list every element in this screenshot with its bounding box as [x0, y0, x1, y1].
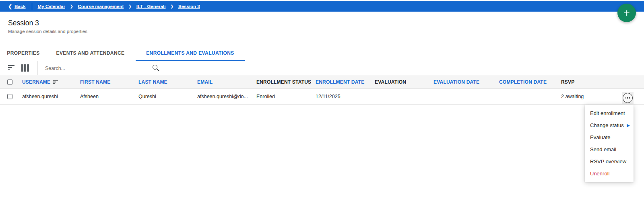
- select-all-checkbox[interactable]: [7, 79, 12, 84]
- column-header-first-name[interactable]: FIRST NAME: [80, 79, 110, 85]
- menu-item-change-status[interactable]: Change status ▶: [585, 119, 634, 131]
- search-input[interactable]: [45, 61, 148, 75]
- columns-icon[interactable]: [21, 64, 29, 72]
- menu-item-label: Change status: [590, 122, 624, 128]
- cell-username: afsheen.qureshi: [22, 94, 58, 99]
- column-header-email[interactable]: EMAIL: [197, 79, 213, 85]
- chevron-right-icon: ❯: [170, 4, 173, 8]
- breadcrumb-course-management[interactable]: Course management: [78, 4, 124, 9]
- column-header-last-name[interactable]: LAST NAME: [138, 79, 167, 85]
- chevron-right-icon: ❯: [128, 4, 132, 8]
- tab-events-and-attendance[interactable]: EVENTS AND ATTENDANCE: [48, 45, 133, 61]
- menu-item-label: RSVP overview: [590, 158, 626, 164]
- column-header-evaluation-date[interactable]: EVALUATION DATE: [433, 79, 479, 85]
- cell-enrollment-status: Enrolled: [256, 94, 275, 99]
- column-header-rsvp[interactable]: RSVP: [561, 79, 574, 85]
- chevron-right-icon: ❯: [70, 4, 73, 8]
- sort-icon[interactable]: [53, 80, 58, 84]
- menu-item-label: Send email: [590, 146, 616, 152]
- menu-item-label: Edit enrollment: [590, 110, 625, 116]
- menu-item-rsvp-overview[interactable]: RSVP overview: [585, 155, 634, 167]
- topbar-divider: [32, 3, 32, 10]
- chevron-left-icon: ❮: [8, 4, 12, 9]
- column-header-username[interactable]: USERNAME: [22, 79, 50, 85]
- menu-item-unenroll[interactable]: Unenroll: [585, 167, 634, 179]
- table-row[interactable]: afsheen.qureshi Afsheen Qureshi afsheen.…: [0, 89, 644, 105]
- row-actions-menu: Edit enrollment Change status ▶ Evaluate…: [585, 105, 634, 182]
- cell-last-name: Qureshi: [138, 94, 156, 99]
- back-button[interactable]: ❮ Back: [8, 4, 26, 9]
- menu-item-edit-enrollment[interactable]: Edit enrollment: [585, 107, 634, 119]
- toolbar-divider: [170, 61, 170, 75]
- ellipsis-icon: [623, 93, 633, 103]
- menu-item-send-email[interactable]: Send email: [585, 143, 634, 155]
- back-label[interactable]: Back: [14, 4, 26, 9]
- breadcrumb-ilt-generali[interactable]: ILT - Generali: [136, 4, 166, 9]
- search-icon[interactable]: [153, 65, 157, 70]
- menu-item-label: Evaluate: [590, 134, 611, 140]
- add-button[interactable]: +: [617, 4, 636, 22]
- tab-bar: PROPERTIES EVENTS AND ATTENDANCE ENROLLM…: [0, 45, 644, 61]
- column-header-enrollment-date[interactable]: ENROLLMENT DATE: [316, 79, 364, 85]
- cell-rsvp: 2 awaiting: [561, 94, 584, 99]
- tab-properties[interactable]: PROPERTIES: [0, 45, 47, 61]
- page-title: Session 3: [8, 19, 39, 27]
- column-header-enrollment-status[interactable]: ENROLLMENT STATUS: [256, 79, 311, 85]
- table-toolbar: [0, 61, 644, 75]
- table-header-row: USERNAME FIRST NAME LAST NAME EMAIL ENRO…: [0, 75, 644, 89]
- toolbar-divider: [37, 61, 38, 75]
- breadcrumb-session-3[interactable]: Session 3: [178, 4, 200, 9]
- row-checkbox[interactable]: [7, 94, 12, 99]
- cell-enrollment-date: 12/11/2025: [316, 94, 341, 99]
- column-header-completion-date[interactable]: COMPLETION DATE: [499, 79, 547, 85]
- menu-item-label: Unenroll: [590, 171, 609, 177]
- column-header-evaluation[interactable]: EVALUATION: [375, 79, 406, 85]
- breadcrumb-my-calendar[interactable]: My Calendar: [38, 4, 65, 9]
- page-subtitle: Manage session details and properties: [8, 29, 87, 34]
- session-page: ❮ Back My Calendar ❯ Course management ❯…: [0, 0, 644, 220]
- filter-icon[interactable]: [8, 65, 15, 70]
- row-actions-button[interactable]: [622, 92, 634, 104]
- breadcrumb-bar: ❮ Back My Calendar ❯ Course management ❯…: [0, 1, 644, 12]
- menu-item-evaluate[interactable]: Evaluate: [585, 131, 634, 143]
- plus-icon: +: [623, 7, 630, 19]
- submenu-arrow-icon: ▶: [627, 123, 630, 127]
- tab-enrollments-and-evaluations[interactable]: ENROLLMENTS AND EVALUATIONS: [136, 45, 245, 61]
- cell-email: afsheen.qureshi@do...: [197, 94, 248, 99]
- cell-first-name: Afsheen: [80, 94, 99, 99]
